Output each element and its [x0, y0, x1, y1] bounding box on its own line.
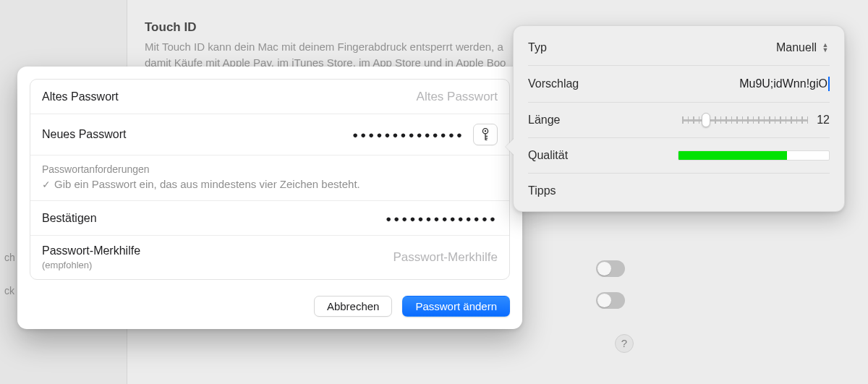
new-password-label: Neues Passwort — [42, 128, 127, 141]
slider-thumb[interactable] — [702, 113, 710, 127]
svg-point-1 — [485, 130, 486, 132]
new-password-row[interactable]: Neues Passwort ●●●●●●●●●●●●●● — [30, 114, 509, 155]
old-password-label: Altes Passwort — [42, 90, 119, 103]
chevron-up-down-icon: ▲▼ — [821, 43, 830, 53]
quality-row: Qualität — [528, 138, 830, 174]
password-requirements: Passwortanforderungen ✓Gib ein Passwort … — [30, 155, 509, 201]
new-password-masked: ●●●●●●●●●●●●●● — [352, 129, 464, 140]
old-password-row[interactable]: Altes Passwort Altes Passwort — [30, 80, 509, 114]
suggestion-label: Vorschlag — [528, 77, 579, 90]
password-assistant-button[interactable] — [473, 124, 498, 145]
text-cursor — [828, 77, 830, 91]
length-value: 12 — [815, 114, 830, 127]
confirm-password-masked: ●●●●●●●●●●●●●● — [386, 213, 498, 224]
check-icon: ✓ — [42, 179, 51, 190]
suggestion-field[interactable]: Mu9U;idWnn!giO — [639, 77, 830, 91]
quality-label: Qualität — [528, 149, 568, 162]
requirements-title: Passwortanforderungen — [42, 163, 150, 175]
type-value: Manuell — [776, 41, 817, 54]
tips-label: Tipps — [528, 184, 556, 197]
password-fields-group: Altes Passwort Altes Passwort Neues Pass… — [30, 79, 510, 280]
change-password-button[interactable]: Passwort ändern — [402, 296, 510, 317]
password-hint-label: Passwort-Merkhilfe (empfohlen) — [42, 244, 140, 271]
type-row[interactable]: Typ Manuell ▲▼ — [528, 30, 830, 66]
suggestion-value[interactable]: Mu9U;idWnn!giO — [639, 77, 827, 90]
help-button[interactable]: ? — [615, 334, 634, 353]
confirm-password-label: Bestätigen — [42, 212, 97, 225]
confirm-password-row[interactable]: Bestätigen ●●●●●●●●●●●●●● — [30, 201, 509, 236]
type-label: Typ — [528, 41, 547, 54]
sheet-button-row: Abbrechen Passwort ändern — [30, 296, 510, 317]
touch-id-desc-line: Mit Touch ID kann dein Mac mit deinem Fi… — [145, 40, 503, 53]
quality-fill — [678, 151, 787, 160]
cancel-button[interactable]: Abbrechen — [314, 296, 393, 317]
key-icon — [480, 128, 490, 141]
old-password-placeholder: Altes Passwort — [417, 90, 498, 103]
length-row: Länge 12 — [528, 103, 830, 138]
length-label: Länge — [528, 114, 561, 127]
requirement-text: Gib ein Passwort ein, das aus mindestens… — [54, 178, 360, 190]
hint-label-text: Passwort-Merkhilfe — [42, 244, 140, 257]
suggestion-row[interactable]: Vorschlag Mu9U;idWnn!giO — [528, 66, 830, 103]
password-hint-placeholder: Passwort-Merkhilfe — [393, 250, 498, 264]
change-password-sheet: Altes Passwort Altes Passwort Neues Pass… — [17, 67, 522, 329]
toggle-switch[interactable] — [596, 260, 625, 277]
tips-row[interactable]: Tipps — [528, 174, 830, 208]
length-slider[interactable] — [682, 114, 808, 127]
type-select[interactable]: Manuell ▲▼ — [776, 41, 830, 54]
password-hint-row[interactable]: Passwort-Merkhilfe (empfohlen) Passwort-… — [30, 236, 509, 279]
quality-meter — [678, 150, 830, 161]
requirement-item: ✓Gib ein Passwort ein, das aus mindesten… — [42, 178, 360, 190]
password-assistant-popover: Typ Manuell ▲▼ Vorschlag Mu9U;idWnn!giO … — [513, 25, 845, 212]
toggle-switch[interactable] — [596, 292, 625, 309]
hint-sublabel: (empfohlen) — [42, 260, 140, 271]
